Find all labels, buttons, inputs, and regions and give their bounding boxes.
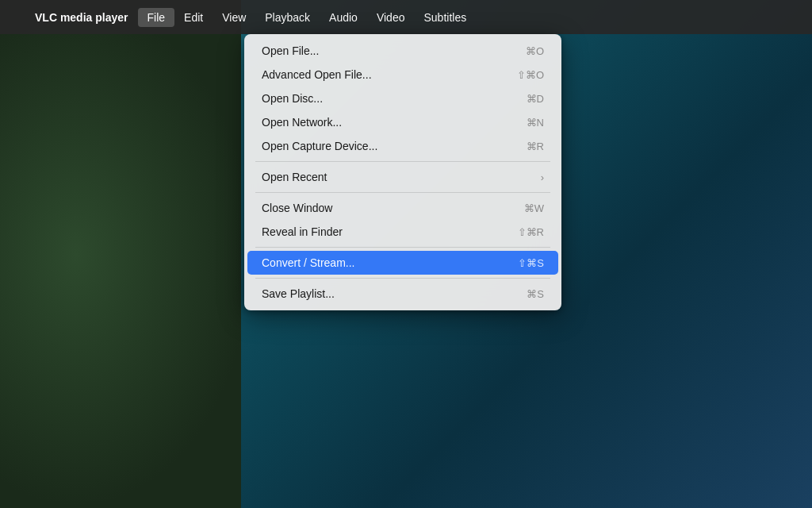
menu-open-file[interactable]: Open File... ⌘O xyxy=(247,39,558,63)
menu-save-playlist[interactable]: Save Playlist... ⌘S xyxy=(247,282,558,306)
menubar: VLC media player File Edit View Playback… xyxy=(0,0,812,34)
open-disc-shortcut: ⌘D xyxy=(527,93,544,105)
open-recent-arrow: › xyxy=(541,171,544,183)
menu-open-network[interactable]: Open Network... ⌘N xyxy=(247,110,558,134)
menu-edit[interactable]: Edit xyxy=(174,8,213,27)
reveal-finder-shortcut: ⇧⌘R xyxy=(518,226,544,238)
close-window-shortcut: ⌘W xyxy=(524,202,544,214)
convert-stream-shortcut: ⇧⌘S xyxy=(518,257,544,269)
open-capture-shortcut: ⌘R xyxy=(527,140,544,152)
open-file-label: Open File... xyxy=(262,44,319,57)
menu-video[interactable]: Video xyxy=(367,8,415,27)
menu-reveal-finder[interactable]: Reveal in Finder ⇧⌘R xyxy=(247,220,558,244)
menu-subtitles[interactable]: Subtitles xyxy=(414,8,476,27)
close-window-label: Close Window xyxy=(262,202,332,214)
menu-view[interactable]: View xyxy=(213,8,255,27)
menu-close-window[interactable]: Close Window ⌘W xyxy=(247,196,558,220)
open-network-shortcut: ⌘N xyxy=(527,117,544,129)
advanced-open-file-shortcut: ⇧⌘O xyxy=(517,69,544,81)
convert-stream-label: Convert / Stream... xyxy=(262,256,354,269)
separator-2 xyxy=(255,192,550,193)
menu-file[interactable]: File xyxy=(138,8,175,27)
advanced-open-file-label: Advanced Open File... xyxy=(262,68,372,81)
menu-audio[interactable]: Audio xyxy=(320,8,367,27)
file-menu-dropdown: Open File... ⌘O Advanced Open File... ⇧⌘… xyxy=(244,34,561,310)
separator-4 xyxy=(255,278,550,279)
save-playlist-shortcut: ⌘S xyxy=(527,288,544,300)
menu-convert-stream[interactable]: Convert / Stream... ⇧⌘S xyxy=(247,251,558,275)
reveal-finder-label: Reveal in Finder xyxy=(262,225,343,238)
open-file-shortcut: ⌘O xyxy=(526,45,544,57)
menu-advanced-open-file[interactable]: Advanced Open File... ⇧⌘O xyxy=(247,63,558,87)
open-network-label: Open Network... xyxy=(262,116,342,129)
menu-playback[interactable]: Playback xyxy=(255,8,320,27)
separator-3 xyxy=(255,247,550,248)
bg-left xyxy=(0,0,254,508)
menu-open-disc[interactable]: Open Disc... ⌘D xyxy=(247,87,558,110)
open-recent-label: Open Recent xyxy=(262,171,327,183)
save-playlist-label: Save Playlist... xyxy=(262,287,335,300)
app-name: VLC media player xyxy=(25,11,138,24)
open-capture-label: Open Capture Device... xyxy=(262,140,377,152)
menu-open-capture[interactable]: Open Capture Device... ⌘R xyxy=(247,134,558,158)
menu-open-recent[interactable]: Open Recent › xyxy=(247,165,558,189)
open-disc-label: Open Disc... xyxy=(262,92,323,105)
separator-1 xyxy=(255,161,550,162)
